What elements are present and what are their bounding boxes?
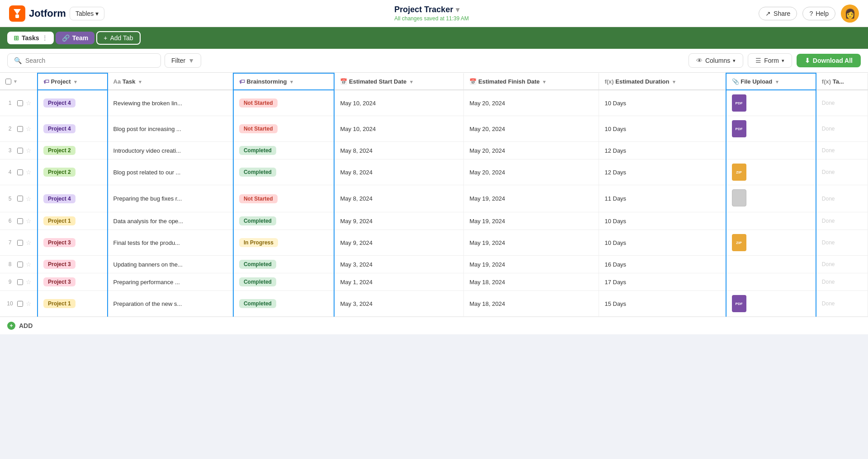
finish-date-cell: May 20, 2024 — [464, 142, 599, 159]
file-upload-cell — [726, 185, 816, 212]
row-meta: 3 ☆ — [0, 142, 38, 159]
star-icon[interactable]: ☆ — [26, 261, 32, 268]
row-number: 7 — [5, 239, 14, 246]
finish-date-cell: May 20, 2024 — [464, 159, 599, 185]
finish-date-cell: May 18, 2024 — [464, 291, 599, 317]
file-upload-cell — [726, 212, 816, 230]
star-icon[interactable]: ☆ — [26, 300, 32, 307]
star-icon[interactable]: ☆ — [26, 99, 32, 107]
start-date-cell: May 3, 2024 — [334, 291, 463, 317]
last-col-cell: Done — [816, 116, 868, 142]
row-meta: 2 ☆ — [0, 116, 38, 142]
col-header-project[interactable]: 🏷 Project ▾ — [38, 73, 108, 90]
col-header-duration[interactable]: f(x) Estimated Duration ▾ — [599, 73, 726, 90]
file-upload-cell: ZIP — [726, 230, 816, 256]
tab-team[interactable]: 🔗 Team — [56, 32, 95, 44]
duration-cell: 12 Days — [599, 142, 726, 159]
share-button[interactable]: ↗ Share — [759, 7, 797, 20]
row-number: 9 — [5, 279, 14, 285]
star-icon[interactable]: ☆ — [26, 239, 32, 246]
help-button[interactable]: ? Help — [802, 7, 835, 20]
row-checkbox[interactable] — [17, 100, 23, 106]
start-date-cell: May 1, 2024 — [334, 273, 463, 291]
formula-last-icon: f(x) — [822, 78, 831, 85]
last-col-cell: Done — [816, 212, 868, 230]
task-cell: Data analysis for the ope... — [108, 212, 233, 230]
start-date-cell: May 8, 2024 — [334, 185, 463, 212]
row-checkbox[interactable] — [17, 301, 23, 307]
finish-date-cell: May 20, 2024 — [464, 90, 599, 116]
row-checkbox[interactable] — [17, 240, 23, 246]
project-cell: Project 1 — [38, 291, 108, 317]
avatar[interactable]: 👩 — [841, 5, 859, 23]
brainstorming-cell: Completed — [233, 159, 335, 185]
last-col-cell: Done — [816, 256, 868, 273]
col-header-start-date[interactable]: 📅 Estimated Start Date ▾ — [334, 73, 463, 90]
col-header-file-upload[interactable]: 📎 File Upload ▾ — [726, 73, 816, 90]
download-button[interactable]: ⬇ Download All — [797, 54, 861, 67]
star-icon[interactable]: ☆ — [26, 195, 32, 202]
row-number: 6 — [5, 218, 14, 224]
brainstorming-cell: Not Started — [233, 116, 335, 142]
col-header-finish-date[interactable]: 📅 Estimated Finish Date ▾ — [464, 73, 599, 90]
row-number: 8 — [5, 261, 14, 267]
duration-cell: 17 Days — [599, 273, 726, 291]
form-button[interactable]: ☰ Form ▾ — [748, 53, 792, 68]
tables-button[interactable]: Tables ▾ — [70, 7, 104, 20]
row-number: 2 — [5, 126, 14, 132]
file-upload-cell — [726, 256, 816, 273]
search-box[interactable]: 🔍 — [7, 53, 161, 68]
header-center: Project Tracker ▾ All changes saved at 1… — [394, 5, 469, 22]
tab-add[interactable]: + Add Tab — [96, 31, 140, 45]
star-icon[interactable]: ☆ — [26, 217, 32, 225]
tab-tasks[interactable]: ⊞ Tasks ⋮ — [7, 32, 54, 44]
form-dropdown-icon: ▾ — [782, 58, 784, 64]
status-badge: Completed — [239, 277, 276, 286]
select-all-checkbox[interactable] — [5, 79, 11, 84]
file-upload-cell: ZIP — [726, 159, 816, 185]
star-icon[interactable]: ☆ — [26, 147, 32, 154]
col-header-last[interactable]: f(x) Ta... — [816, 73, 868, 90]
col-header-brainstorming[interactable]: 🏷 Brainstorming ▾ — [233, 73, 335, 90]
start-date-cell: May 10, 2024 — [334, 116, 463, 142]
duration-cell: 15 Days — [599, 291, 726, 317]
finish-date-cell: May 20, 2024 — [464, 116, 599, 142]
finish-date-sort-icon: ▾ — [543, 79, 546, 84]
search-input[interactable] — [25, 57, 154, 64]
project-badge: Project 4 — [43, 98, 75, 108]
add-row-button[interactable]: + ADD — [0, 317, 868, 334]
text-icon: Aa — [113, 78, 121, 85]
row-checkbox[interactable] — [17, 148, 23, 154]
row-checkbox[interactable] — [17, 126, 23, 132]
task-cell: Final tests for the produ... — [108, 230, 233, 256]
add-icon: + — [7, 322, 15, 330]
row-meta: 4 ☆ — [0, 159, 38, 185]
row-checkbox[interactable] — [17, 169, 23, 175]
row-checkbox[interactable] — [17, 218, 23, 224]
start-date-sort-icon: ▾ — [410, 79, 413, 84]
table-row: 9 ☆ Project 3 Preparing performance ... … — [0, 273, 868, 291]
filter-button[interactable]: Filter ▼ — [165, 53, 201, 68]
col-header-task[interactable]: Aa Task ▾ — [108, 73, 233, 90]
row-number: 4 — [5, 169, 14, 175]
team-link-icon: 🔗 — [62, 34, 70, 42]
brainstorm-tag-icon: 🏷 — [239, 78, 245, 85]
star-icon[interactable]: ☆ — [26, 169, 32, 176]
data-table: ▾ 🏷 Project ▾ Aa Task ▾ 🏷 Brainstorming … — [0, 73, 868, 317]
header-right: ↗ Share ? Help 👩 — [759, 5, 859, 23]
star-icon[interactable]: ☆ — [26, 125, 32, 132]
project-cell: Project 4 — [38, 90, 108, 116]
brainstorming-cell: Not Started — [233, 90, 335, 116]
add-row-label: ADD — [19, 322, 33, 329]
start-date-cell: May 10, 2024 — [334, 90, 463, 116]
columns-button[interactable]: 👁 Columns ▾ — [689, 53, 743, 68]
row-checkbox[interactable] — [17, 262, 23, 267]
logo-text: Jotform — [29, 8, 66, 19]
table-wrapper: ▾ 🏷 Project ▾ Aa Task ▾ 🏷 Brainstorming … — [0, 73, 868, 334]
star-icon[interactable]: ☆ — [26, 278, 32, 286]
row-checkbox[interactable] — [17, 279, 23, 285]
project-badge: Project 1 — [43, 216, 75, 225]
duration-sort-icon: ▾ — [673, 79, 675, 84]
row-checkbox[interactable] — [17, 196, 23, 201]
task-cell: Blog post for increasing ... — [108, 116, 233, 142]
